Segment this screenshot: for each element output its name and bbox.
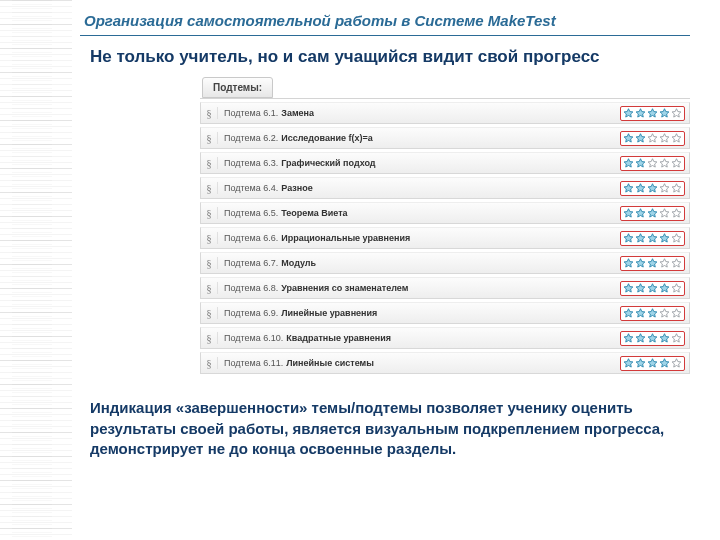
section-icon: §	[201, 207, 218, 219]
subtopic-prefix: Подтема 6.1.	[224, 108, 278, 118]
subtopic-prefix: Подтема 6.10.	[224, 333, 283, 343]
subtopic-row[interactable]: §Подтема 6.6.Иррациональные уравнения	[200, 227, 690, 249]
section-icon: §	[201, 257, 218, 269]
subtopic-name: Исследование f(x)=a	[281, 133, 372, 143]
subtopic-name: Квадратные уравнения	[286, 333, 391, 343]
page-subtitle: Не только учитель, но и сам учащийся вид…	[90, 46, 684, 67]
subtopic-prefix: Подтема 6.4.	[224, 183, 278, 193]
footer-text: Индикация «завершенности» темы/подтемы п…	[90, 398, 684, 459]
subtopic-name: Разное	[281, 183, 312, 193]
subtopic-name: Замена	[281, 108, 314, 118]
section-icon: §	[201, 332, 218, 344]
subtopic-prefix: Подтема 6.11.	[224, 358, 283, 368]
subtopic-prefix: Подтема 6.6.	[224, 233, 278, 243]
page-title: Организация самостоятельной работы в Сис…	[80, 8, 690, 36]
section-icon: §	[201, 282, 218, 294]
star-rating	[620, 231, 685, 246]
subtopic-list: §Подтема 6.1.Замена§Подтема 6.2.Исследов…	[200, 98, 690, 374]
subtopic-name: Графический подход	[281, 158, 375, 168]
subtopic-prefix: Подтема 6.8.	[224, 283, 278, 293]
section-icon: §	[201, 232, 218, 244]
subtopic-row[interactable]: §Подтема 6.11.Линейные системы	[200, 352, 690, 374]
subtopic-name: Иррациональные уравнения	[281, 233, 410, 243]
subtopic-prefix: Подтема 6.9.	[224, 308, 278, 318]
section-icon: §	[201, 107, 218, 119]
star-rating	[620, 131, 685, 146]
star-rating	[620, 356, 685, 371]
subtopic-prefix: Подтема 6.5.	[224, 208, 278, 218]
subtopic-prefix: Подтема 6.7.	[224, 258, 278, 268]
subtopic-name: Модуль	[281, 258, 316, 268]
star-rating	[620, 306, 685, 321]
section-icon: §	[201, 157, 218, 169]
star-rating	[620, 181, 685, 196]
star-rating	[620, 206, 685, 221]
subtopic-row[interactable]: §Подтема 6.5.Теорема Виета	[200, 202, 690, 224]
panel-header: Подтемы:	[202, 77, 273, 98]
subtopic-row[interactable]: §Подтема 6.2.Исследование f(x)=a	[200, 127, 690, 149]
decorative-ruler	[0, 0, 72, 540]
subtopic-row[interactable]: §Подтема 6.10.Квадратные уравнения	[200, 327, 690, 349]
subtopic-name: Уравнения со знаменателем	[281, 283, 408, 293]
section-icon: §	[201, 357, 218, 369]
subtopic-row[interactable]: §Подтема 6.9.Линейные уравнения	[200, 302, 690, 324]
slide: Организация самостоятельной работы в Сис…	[80, 8, 690, 532]
subtopic-name: Линейные уравнения	[281, 308, 377, 318]
section-icon: §	[201, 307, 218, 319]
subtopic-panel: Подтемы: §Подтема 6.1.Замена§Подтема 6.2…	[200, 77, 690, 374]
subtopic-row[interactable]: §Подтема 6.4.Разное	[200, 177, 690, 199]
subtopic-row[interactable]: §Подтема 6.8.Уравнения со знаменателем	[200, 277, 690, 299]
star-rating	[620, 156, 685, 171]
subtopic-prefix: Подтема 6.3.	[224, 158, 278, 168]
star-rating	[620, 281, 685, 296]
star-rating	[620, 331, 685, 346]
section-icon: §	[201, 182, 218, 194]
star-rating	[620, 106, 685, 121]
subtopic-row[interactable]: §Подтема 6.7.Модуль	[200, 252, 690, 274]
star-rating	[620, 256, 685, 271]
subtopic-prefix: Подтема 6.2.	[224, 133, 278, 143]
subtopic-name: Линейные системы	[286, 358, 374, 368]
subtopic-name: Теорема Виета	[281, 208, 347, 218]
subtopic-row[interactable]: §Подтема 6.3.Графический подход	[200, 152, 690, 174]
section-icon: §	[201, 132, 218, 144]
subtopic-row[interactable]: §Подтема 6.1.Замена	[200, 102, 690, 124]
